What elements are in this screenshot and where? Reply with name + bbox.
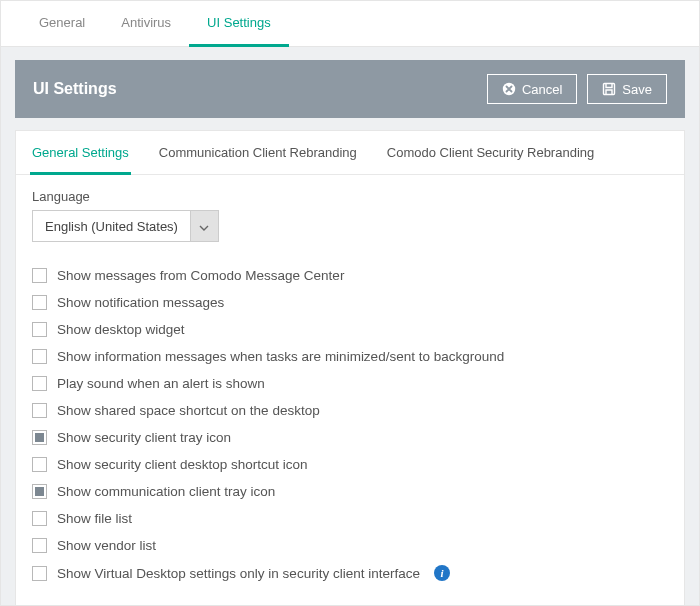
- option-checkbox[interactable]: [32, 566, 47, 581]
- cancel-icon: [502, 82, 516, 96]
- option-row: Show desktop widget: [32, 316, 668, 343]
- option-row: Show messages from Comodo Message Center: [32, 262, 668, 289]
- option-row: Show communication client tray icon: [32, 478, 668, 505]
- option-label: Show communication client tray icon: [57, 484, 275, 499]
- header-actions: Cancel Save: [487, 74, 667, 104]
- save-label: Save: [622, 82, 652, 97]
- sub-tab-security-rebranding[interactable]: Comodo Client Security Rebranding: [385, 131, 596, 175]
- option-checkbox[interactable]: [32, 484, 47, 499]
- option-row: Show notification messages: [32, 289, 668, 316]
- sub-tab-bar: General Settings Communication Client Re…: [16, 131, 684, 175]
- option-checkbox[interactable]: [32, 349, 47, 364]
- option-label: Play sound when an alert is shown: [57, 376, 265, 391]
- option-checkbox[interactable]: [32, 430, 47, 445]
- option-checkbox[interactable]: [32, 322, 47, 337]
- option-label: Show security client tray icon: [57, 430, 231, 445]
- option-checkbox[interactable]: [32, 538, 47, 553]
- content-area: UI Settings Cancel Save General Settings…: [1, 47, 699, 606]
- settings-card: General Settings Communication Client Re…: [15, 130, 685, 606]
- option-row: Show security client tray icon: [32, 424, 668, 451]
- info-icon[interactable]: i: [434, 565, 450, 581]
- option-checkbox[interactable]: [32, 376, 47, 391]
- option-label: Show file list: [57, 511, 132, 526]
- option-label: Show Virtual Desktop settings only in se…: [57, 566, 420, 581]
- option-row: Show information messages when tasks are…: [32, 343, 668, 370]
- save-button[interactable]: Save: [587, 74, 667, 104]
- option-row: Show security client desktop shortcut ic…: [32, 451, 668, 478]
- option-label: Show security client desktop shortcut ic…: [57, 457, 308, 472]
- option-checkbox[interactable]: [32, 403, 47, 418]
- sub-tab-general-settings[interactable]: General Settings: [30, 131, 131, 175]
- svg-rect-1: [604, 84, 615, 95]
- options-list: Show messages from Comodo Message Center…: [32, 262, 668, 587]
- cancel-button[interactable]: Cancel: [487, 74, 577, 104]
- language-dropdown-arrow[interactable]: [190, 211, 218, 241]
- top-tab-uisettings[interactable]: UI Settings: [189, 1, 289, 47]
- option-row: Show file list: [32, 505, 668, 532]
- option-label: Show vendor list: [57, 538, 156, 553]
- chevron-down-icon: [199, 218, 209, 234]
- save-icon: [602, 82, 616, 96]
- option-label: Show shared space shortcut on the deskto…: [57, 403, 320, 418]
- option-label: Show information messages when tasks are…: [57, 349, 504, 364]
- panel-title: UI Settings: [33, 80, 117, 98]
- panel-header: UI Settings Cancel Save: [15, 60, 685, 118]
- top-tab-antivirus[interactable]: Antivirus: [103, 1, 189, 47]
- option-label: Show desktop widget: [57, 322, 185, 337]
- option-label: Show messages from Comodo Message Center: [57, 268, 344, 283]
- option-checkbox[interactable]: [32, 268, 47, 283]
- option-label: Show notification messages: [57, 295, 224, 310]
- form-area: Language English (United States) Show me…: [16, 175, 684, 606]
- top-tab-general[interactable]: General: [21, 1, 103, 47]
- option-row: Show shared space shortcut on the deskto…: [32, 397, 668, 424]
- option-checkbox[interactable]: [32, 295, 47, 310]
- sub-tab-comm-rebranding[interactable]: Communication Client Rebranding: [157, 131, 359, 175]
- option-checkbox[interactable]: [32, 511, 47, 526]
- language-select[interactable]: English (United States): [32, 210, 219, 242]
- option-row: Play sound when an alert is shown: [32, 370, 668, 397]
- language-label: Language: [32, 189, 668, 204]
- option-row: Show vendor list: [32, 532, 668, 559]
- option-row: Show Virtual Desktop settings only in se…: [32, 559, 668, 587]
- language-value: English (United States): [33, 211, 190, 241]
- option-checkbox[interactable]: [32, 457, 47, 472]
- top-tab-bar: General Antivirus UI Settings: [1, 1, 699, 47]
- cancel-label: Cancel: [522, 82, 562, 97]
